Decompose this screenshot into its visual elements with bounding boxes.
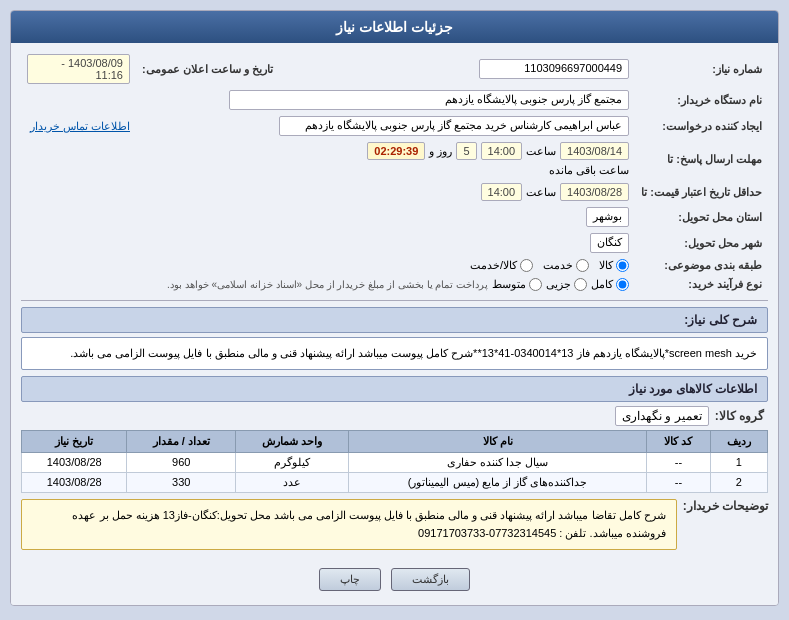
reply-time: 14:00 <box>481 142 523 160</box>
buyer-notes-label: توضیحات خریدار: <box>683 499 768 513</box>
cell-row: 1 <box>710 452 767 472</box>
cell-row: 2 <box>710 472 767 492</box>
category-khedmat-radio[interactable] <box>576 259 589 272</box>
request-number-label: شماره نیاز: <box>635 51 768 87</box>
contact-link[interactable]: اطلاعات تماس خریدار <box>30 120 130 132</box>
purchase-type-full[interactable]: کامل <box>591 278 629 291</box>
cell-name: جداکننده‌های گاز از مایع (میس الیمیناتور… <box>349 472 647 492</box>
content-area: شماره نیاز: 1103096697000449 تاریخ و ساع… <box>11 43 778 605</box>
category-khedmat-label: خدمت <box>543 259 573 272</box>
price-validity-cell: 1403/08/28 ساعت 14:00 <box>291 180 635 204</box>
date-value: 1403/08/09 - 11:16 <box>27 54 130 84</box>
category-khedmat[interactable]: خدمت <box>543 259 589 272</box>
purchase-type-partial-label: جزیی <box>546 278 571 291</box>
buyer-notes-value: شرح کامل تقاضا میباشد ارائه پیشنهاد قنی … <box>72 509 665 540</box>
province-label: استان محل تحویل: <box>635 204 768 230</box>
goods-group-value: تعمیر و نگهداری <box>615 406 709 426</box>
purchase-type-medium-radio[interactable] <box>529 278 542 291</box>
buyer-org-label: نام دستگاه خریدار: <box>635 87 768 113</box>
price-time: 14:00 <box>481 183 523 201</box>
table-row: 1 -- سیال جدا کننده حفاری کیلوگرم 960 14… <box>22 452 768 472</box>
purchase-type-cell: کامل جزیی متوسط پرداخت تمام یا بخشی از م… <box>21 275 635 294</box>
purchase-type-medium-label: متوسط <box>492 278 526 291</box>
purchase-type-full-radio[interactable] <box>616 278 629 291</box>
creator-label: ایجاد کننده درخواست: <box>635 113 768 139</box>
reply-days: 5 <box>456 142 476 160</box>
goods-group-label: گروه کالا: <box>715 409 764 423</box>
request-number-value: 1103096697000449 <box>479 59 629 79</box>
col-unit: واحد شمارش <box>236 430 349 452</box>
date-cell: 1403/08/09 - 11:16 <box>21 51 136 87</box>
info-table: شماره نیاز: 1103096697000449 تاریخ و ساع… <box>21 51 768 294</box>
category-kala-khedmat[interactable]: کالا/خدمت <box>470 259 533 272</box>
page-title: جزئیات اطلاعات نیاز <box>336 19 453 35</box>
purchase-type-medium[interactable]: متوسط <box>492 278 542 291</box>
buyer-org-value: مجتمع گاز پارس جنوبی پالایشگاه یازدهم <box>229 90 629 110</box>
category-kala[interactable]: کالا <box>599 259 629 272</box>
category-kala-label: کالا <box>599 259 613 272</box>
price-date: 1403/08/28 <box>560 183 629 201</box>
city-value: کنگان <box>590 233 629 253</box>
category-kala-khedmat-radio[interactable] <box>520 259 533 272</box>
category-kala-radio[interactable] <box>616 259 629 272</box>
price-validity-label: حداقل تاریخ اعتبار قیمت: تا <box>635 180 768 204</box>
category-cell: کالا خدمت کالا/خدمت <box>291 256 635 275</box>
reply-days-label: روز و <box>429 145 452 158</box>
cell-date: 1403/08/28 <box>22 472 127 492</box>
need-desc-value: خرید screen mesh*پالایشگاه یازدهم فاز 13… <box>70 347 757 359</box>
page-container: جزئیات اطلاعات نیاز شماره نیاز: 11030966… <box>10 10 779 606</box>
province-value: بوشهر <box>586 207 629 227</box>
cell-name: سیال جدا کننده حفاری <box>349 452 647 472</box>
purchase-type-partial[interactable]: جزیی <box>546 278 587 291</box>
price-time-label: ساعت <box>526 186 556 199</box>
cell-qty: 330 <box>127 472 236 492</box>
col-date: تاریخ نیاز <box>22 430 127 452</box>
goods-info-label: اطلاعات کالاهای مورد نیاز <box>21 376 768 402</box>
cell-date: 1403/08/28 <box>22 452 127 472</box>
cell-qty: 960 <box>127 452 236 472</box>
buyer-org-cell: مجتمع گاز پارس جنوبی پالایشگاه یازدهم <box>21 87 635 113</box>
buyer-notes-box: شرح کامل تقاضا میباشد ارائه پیشنهاد قنی … <box>21 499 677 550</box>
buyer-notes-row: توضیحات خریدار: شرح کامل تقاضا میباشد ار… <box>21 499 768 556</box>
table-row: 2 -- جداکننده‌های گاز از مایع (میس الیمی… <box>22 472 768 492</box>
col-qty: تعداد / مقدار <box>127 430 236 452</box>
reply-time-label: ساعت <box>526 145 556 158</box>
purchase-type-partial-radio[interactable] <box>574 278 587 291</box>
city-label: شهر محل تحویل: <box>635 230 768 256</box>
col-code: کد کالا <box>647 430 711 452</box>
back-button[interactable]: بازگشت <box>391 568 470 591</box>
cell-code: -- <box>647 472 711 492</box>
purchase-type-full-label: کامل <box>591 278 613 291</box>
creator-value: عباس ابراهیمی کارشناس خرید مجتمع گاز پار… <box>279 116 629 136</box>
cell-code: -- <box>647 452 711 472</box>
category-kala-khedmat-label: کالا/خدمت <box>470 259 517 272</box>
reply-deadline-label: مهلت ارسال پاسخ: تا <box>635 139 768 180</box>
reply-remaining-label: ساعت باقی مانده <box>549 164 629 177</box>
print-button[interactable]: چاپ <box>319 568 381 591</box>
reply-deadline-cell: 1403/08/14 ساعت 14:00 5 روز و 02:29:39 س… <box>291 139 635 180</box>
purchase-type-note: پرداخت تمام یا بخشی از مبلغ خریدار از مح… <box>167 279 488 290</box>
creator-cell: عباس ابراهیمی کارشناس خرید مجتمع گاز پار… <box>136 113 635 139</box>
reply-date: 1403/08/14 <box>560 142 629 160</box>
page-header: جزئیات اطلاعات نیاز <box>11 11 778 43</box>
col-row: ردیف <box>710 430 767 452</box>
need-desc-box: خرید screen mesh*پالایشگاه یازدهم فاز 13… <box>21 337 768 370</box>
purchase-type-label: نوع فرآیند خرید: <box>635 275 768 294</box>
category-label: طبقه بندی موضوعی: <box>635 256 768 275</box>
contact-link-cell[interactable]: اطلاعات تماس خریدار <box>21 113 136 139</box>
cell-unit: عدد <box>236 472 349 492</box>
city-cell: کنگان <box>291 230 635 256</box>
cell-unit: کیلوگرم <box>236 452 349 472</box>
goods-table: ردیف کد کالا نام کالا واحد شمارش تعداد /… <box>21 430 768 493</box>
reply-remaining: 02:29:39 <box>367 142 425 160</box>
province-cell: بوشهر <box>291 204 635 230</box>
request-number-cell: 1103096697000449 <box>291 51 635 87</box>
button-row: بازگشت چاپ <box>21 562 768 597</box>
date-label: تاریخ و ساعت اعلان عمومی: <box>136 51 279 87</box>
need-desc-label: شرح کلی نیاز: <box>21 307 768 333</box>
separator-1 <box>21 300 768 301</box>
col-name: نام کالا <box>349 430 647 452</box>
